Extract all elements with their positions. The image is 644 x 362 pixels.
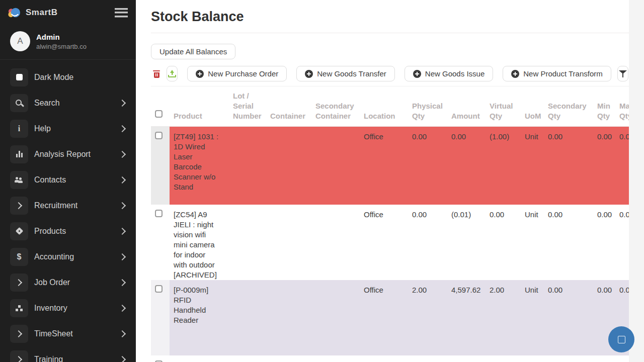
table-row[interactable]: [ZC54] A9 JIELI : night vision wifi mini…: [151, 205, 629, 280]
table-row[interactable]: [P-0009m] RFID Handheld Reader Office 2.…: [151, 280, 629, 355]
new-action-button[interactable]: New Goods Transfer: [296, 66, 395, 81]
upload-button[interactable]: [167, 66, 178, 81]
sidebar-item[interactable]: Accounting: [0, 244, 136, 269]
header-min-qty: Min Qty: [593, 86, 615, 127]
header-virtual-qty: Virtual Qty: [486, 86, 521, 127]
chevron-right-icon: [15, 355, 24, 362]
cell-container: [266, 355, 311, 362]
sidebar-item-label: Accounting: [34, 252, 74, 261]
row-checkbox[interactable]: [155, 210, 163, 217]
cell-max-qty: 0.00: [615, 127, 629, 205]
sidebar: SmartB A Admin alwin@smartb.co Dark Mode: [0, 0, 136, 362]
cell-min-qty: 0.00: [593, 355, 615, 362]
user-email: alwin@smartb.co: [36, 43, 87, 50]
chat-fab-button[interactable]: [608, 326, 634, 352]
sidebar-menu: Dark Mode Search Help: [0, 59, 136, 362]
sidebar-item[interactable]: TimeSheet: [0, 321, 136, 346]
sidebar-item[interactable]: Job Order: [0, 269, 136, 295]
sidebar-item[interactable]: Contacts: [0, 167, 136, 193]
sidebar-item[interactable]: Help: [0, 116, 136, 141]
info-icon: [15, 124, 24, 133]
cell-location: Office: [360, 280, 408, 355]
chevron-right-icon: [119, 279, 126, 286]
sidebar-item-label: Help: [34, 124, 51, 133]
cell-amount: 4,597.62: [447, 280, 486, 355]
stock-balance-table-container: Product Lot / Serial Number Container Se…: [151, 86, 629, 362]
cell-amount: (0.01): [447, 205, 486, 280]
plus-circle-icon: [305, 70, 313, 78]
bar-chart-icon: [15, 150, 24, 159]
stock-balance-table: Product Lot / Serial Number Container Se…: [151, 86, 629, 362]
cell-min-qty: 0.00: [593, 127, 615, 205]
cell-min-qty: 0.00: [593, 205, 615, 280]
row-checkbox-cell: [151, 355, 170, 362]
cell-product: [ZT49] 1031 : 1D Wired Laser Barcode Sca…: [170, 127, 229, 205]
cell-lot-serial-number: [229, 127, 266, 205]
row-checkbox[interactable]: [155, 360, 163, 362]
cell-location: Office: [360, 127, 408, 205]
new-action-button[interactable]: New Product Transform: [503, 66, 611, 81]
sidebar-item[interactable]: Products: [0, 218, 136, 244]
header-lot-serial-number: Lot / Serial Number: [229, 86, 266, 127]
cell-uom: Unit: [521, 355, 544, 362]
new-action-button-label: New Goods Transfer: [317, 69, 386, 78]
search-icon: [15, 99, 24, 108]
header-max-qty: Max Qty: [615, 86, 629, 127]
cell-product: [P-0009m] RFID Handheld Reader: [170, 280, 229, 355]
chevron-right-icon: [119, 176, 126, 183]
sidebar-item-icon-tile: [10, 222, 28, 240]
sidebar-item-label: Training: [34, 355, 63, 362]
select-all-checkbox[interactable]: [155, 110, 163, 118]
filter-button[interactable]: [617, 66, 629, 81]
row-checkbox-cell: [151, 205, 170, 280]
delete-button[interactable]: [151, 66, 163, 81]
sidebar-item[interactable]: Training: [0, 346, 136, 362]
table-row[interactable]: [ZT49] 1031 : 1D Wired Laser Barcode Sca…: [151, 127, 629, 205]
sidebar-item[interactable]: Search: [0, 90, 136, 116]
sidebar-item[interactable]: Recruitment: [0, 193, 136, 218]
plus-circle-icon: [511, 70, 519, 78]
sidebar-item[interactable]: Dark Mode: [0, 64, 136, 90]
sidebar-item[interactable]: Inventory: [0, 295, 136, 321]
sidebar-item-icon-tile: [10, 68, 28, 86]
dark-mode-icon: [15, 73, 24, 82]
cell-physical-qty: 0.00: [408, 127, 447, 205]
cell-container: [266, 280, 311, 355]
sidebar-item-icon-tile: [10, 350, 28, 362]
sidebar-item-label: Analysis Report: [34, 150, 91, 159]
new-action-button[interactable]: New Purchase Order: [187, 66, 287, 81]
update-all-balances-button[interactable]: Update All Balances: [151, 44, 235, 59]
chevron-right-icon: [119, 304, 126, 311]
cell-lot-serial-number: [229, 280, 266, 355]
new-action-button[interactable]: New Goods Issue: [405, 66, 493, 81]
cell-location: Office: [360, 205, 408, 280]
sidebar-item[interactable]: Analysis Report: [0, 141, 136, 167]
inventory-icon: [15, 304, 24, 313]
chevron-right-icon: [119, 330, 126, 337]
row-checkbox[interactable]: [155, 285, 163, 293]
cell-secondary-container: [311, 355, 360, 362]
new-action-button-label: New Purchase Order: [208, 69, 278, 78]
filter-icon: [619, 70, 627, 77]
main-content: Stock Balance Update All Balances New Pu…: [136, 0, 644, 362]
user-card: A Admin alwin@smartb.co: [0, 25, 136, 59]
sidebar-item-icon-tile: [10, 145, 28, 163]
sidebar-item-icon-tile: [10, 299, 28, 317]
sidebar-item-label: Recruitment: [34, 201, 77, 210]
dollar-icon: [15, 252, 24, 261]
row-checkbox[interactable]: [155, 132, 163, 139]
cell-product: [ZC54] A9 JIELI : night vision wifi mini…: [170, 205, 229, 280]
plus-circle-icon: [196, 70, 204, 78]
sidebar-item-label: TimeSheet: [34, 329, 73, 338]
cell-virtual-qty: (1.00): [486, 127, 521, 205]
cell-secondary-qty: 0.00: [544, 127, 593, 205]
header-uom: UoM: [521, 86, 544, 127]
sidebar-item-label: Products: [34, 227, 66, 236]
table-row[interactable]: [ZT71] EVHK0030 : Tera 2D Wireless Offic…: [151, 355, 629, 362]
sidebar-item-label: Inventory: [34, 304, 67, 313]
tag-icon: [15, 227, 24, 236]
header-secondary-container: Secondary Container: [311, 86, 360, 127]
menu-toggle-icon[interactable]: [115, 8, 128, 18]
cell-virtual-qty: 2.00: [486, 280, 521, 355]
cell-secondary-container: [311, 280, 360, 355]
